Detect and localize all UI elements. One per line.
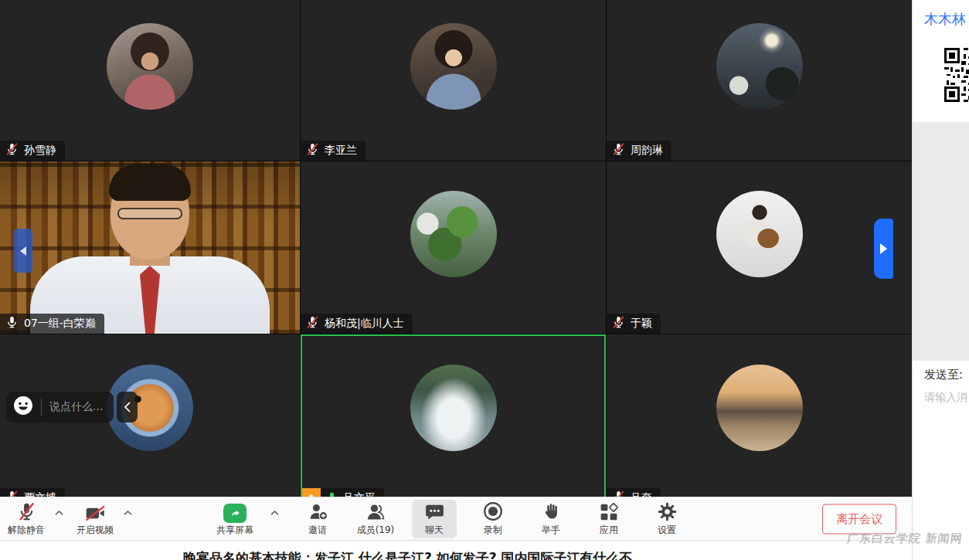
participant-name: 杨和茂|临川人士 — [325, 317, 404, 331]
video-options-chevron[interactable] — [123, 510, 133, 516]
name-pill: 贾文博 — [0, 488, 65, 497]
unmute-button[interactable]: 解除静音 — [5, 497, 48, 540]
video-tile-9[interactable]: 吕奔 — [607, 334, 912, 497]
video-tile-2[interactable]: 李亚兰 — [301, 0, 606, 161]
next-page-paddle[interactable] — [874, 219, 893, 279]
qr-code — [944, 48, 969, 104]
record-button[interactable]: 录制 — [471, 497, 515, 540]
chat-label: 聊天 — [425, 524, 444, 537]
mic-muted-icon — [612, 143, 625, 159]
name-pill: 07一组-白荣巅 — [0, 314, 104, 334]
speaker-glasses — [117, 208, 182, 219]
chat-button[interactable]: 聊天 — [412, 500, 457, 538]
mic-muted-icon — [5, 143, 19, 159]
emoji-icon[interactable] — [13, 395, 33, 419]
meeting-toolbar: 解除静音 开启视频 共享屏幕 邀请 — [0, 497, 912, 541]
mic-muted-icon — [18, 501, 36, 521]
name-pill: 杨和茂|临川人士 — [301, 314, 413, 334]
video-tile-8-active-speaker[interactable]: 吕文平 — [301, 334, 606, 497]
send-to-label: 发送至: — [924, 368, 963, 382]
avatar — [716, 365, 803, 451]
participant-name: 07一组-白荣巅 — [24, 317, 96, 331]
host-badge-icon — [301, 488, 321, 497]
members-button[interactable]: 成员(19) — [354, 497, 397, 540]
start-video-label: 开启视频 — [76, 524, 114, 537]
prev-page-paddle[interactable] — [14, 229, 32, 273]
caption-text: 晚宴品名的基本技能：发子江 什么是子江? 如何发子? 国内国际子江有什么不 — [183, 549, 632, 560]
camera-off-icon — [85, 501, 106, 521]
quick-chat-input[interactable]: 说点什么... — [6, 392, 114, 423]
share-screen-icon — [225, 501, 245, 521]
chevron-left-icon — [20, 246, 26, 256]
avatar — [410, 191, 497, 277]
mic-speaking-icon — [326, 491, 338, 497]
share-screen-button[interactable]: 共享屏幕 — [213, 497, 257, 540]
leave-meeting-button[interactable]: 离开会议 — [822, 504, 896, 534]
chat-icon — [425, 501, 444, 521]
mic-on-icon — [5, 316, 19, 332]
participant-name: 吕奔 — [631, 491, 652, 497]
mic-muted-icon — [612, 490, 625, 497]
caption-strip: 晚宴品名的基本技能：发子江 什么是子江? 如何发子? 国内国际子江有什么不 — [0, 541, 969, 560]
divider — [41, 399, 42, 416]
invite-icon — [308, 501, 328, 521]
start-video-button[interactable]: 开启视频 — [73, 497, 117, 540]
avatar — [107, 23, 193, 110]
name-pill: 孙雪静 — [0, 141, 65, 161]
participant-name: 于颖 — [631, 317, 652, 331]
apps-label: 应用 — [600, 524, 618, 537]
mic-options-chevron[interactable] — [54, 510, 64, 516]
settings-label: 设置 — [658, 524, 676, 537]
name-pill: 吕奔 — [607, 488, 661, 497]
chevron-right-icon — [880, 243, 887, 254]
share-screen-label: 共享屏幕 — [216, 524, 253, 537]
unmute-label: 解除静音 — [8, 524, 45, 537]
record-label: 录制 — [484, 524, 502, 537]
chat-username: 木木林 — [913, 0, 969, 29]
raise-hand-icon — [542, 501, 561, 521]
settings-button[interactable]: 设置 — [645, 497, 688, 540]
settings-gear-icon — [658, 501, 677, 521]
apps-icon — [600, 501, 618, 521]
chat-message-input[interactable] — [924, 391, 969, 403]
avatar — [410, 365, 497, 451]
mic-muted-icon — [306, 143, 319, 159]
name-pill: 李亚兰 — [301, 141, 366, 161]
video-tile-5[interactable]: 杨和茂|临川人士 — [301, 161, 606, 334]
participant-name: 孙雪静 — [24, 144, 56, 158]
avatar — [716, 191, 803, 277]
video-tile-6[interactable]: 于颖 — [607, 161, 912, 334]
invite-label: 邀请 — [308, 524, 327, 537]
raise-hand-label: 举手 — [542, 524, 560, 537]
participant-name: 贾文博 — [24, 491, 56, 497]
chat-sidebar: 木木林 发送至: — [912, 0, 969, 560]
name-pill: 周韵琳 — [607, 141, 672, 161]
video-tile-4[interactable]: 07一组-白荣巅 — [0, 161, 300, 334]
collapse-chat-button[interactable] — [117, 392, 138, 423]
record-icon — [483, 501, 503, 521]
name-pill: 于颖 — [607, 314, 661, 334]
mic-muted-icon — [612, 316, 625, 332]
participant-name: 李亚兰 — [325, 144, 357, 158]
share-options-chevron[interactable] — [270, 510, 280, 516]
speaker-hair — [109, 164, 191, 201]
quick-chat-placeholder: 说点什么... — [49, 400, 103, 414]
video-tile-1[interactable]: 孙雪静 — [0, 0, 300, 161]
apps-button[interactable]: 应用 — [587, 497, 631, 540]
watermark-text: 广东白云学院 新闻网 — [846, 531, 964, 546]
raise-hand-button[interactable]: 举手 — [529, 497, 573, 540]
name-pill: 吕文平 — [301, 488, 384, 497]
mic-muted-icon — [5, 490, 19, 497]
chat-message-area — [913, 122, 969, 361]
members-label: 成员(19) — [357, 524, 395, 537]
avatar — [410, 23, 497, 110]
participant-name: 吕文平 — [343, 491, 376, 497]
participant-name: 周韵琳 — [631, 144, 663, 158]
meeting-stage: 孙雪静 李亚兰 周韵琳 07一 — [0, 0, 912, 560]
video-tile-3[interactable]: 周韵琳 — [607, 0, 912, 161]
mic-muted-icon — [306, 316, 319, 332]
quick-chat-bar: 说点什么... — [6, 392, 138, 423]
avatar — [716, 23, 803, 110]
members-icon — [366, 501, 386, 521]
invite-button[interactable]: 邀请 — [296, 497, 339, 540]
